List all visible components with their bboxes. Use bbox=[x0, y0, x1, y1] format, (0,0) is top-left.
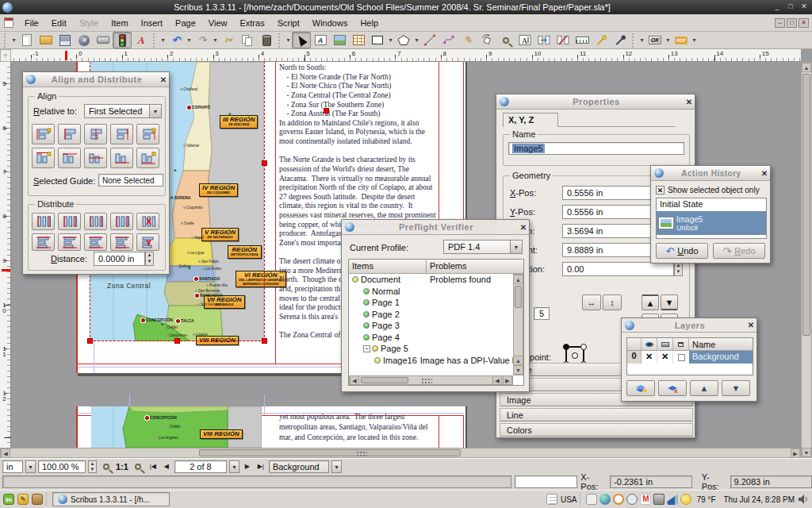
preflight-row[interactable]: Page 2 bbox=[349, 309, 523, 321]
layers-titlebar[interactable]: Layers ✕ bbox=[622, 318, 756, 333]
relative-to-select[interactable]: First Selected ▼ bbox=[84, 104, 162, 118]
raise-layer-button[interactable]: ▲ bbox=[690, 380, 718, 396]
layer-name[interactable]: Background bbox=[689, 351, 753, 364]
menu-item[interactable]: Item bbox=[105, 16, 134, 30]
text-frame-button[interactable]: A bbox=[311, 32, 330, 48]
align-dialog-titlebar[interactable]: Align and Distribute ✕ bbox=[23, 72, 169, 87]
align-center-v-button[interactable] bbox=[84, 124, 107, 144]
network-icon[interactable] bbox=[667, 494, 678, 505]
chevron-down-icon[interactable]: ▾ bbox=[212, 37, 219, 44]
selection-handle-bottom-center[interactable] bbox=[174, 338, 180, 344]
chevron-down-icon[interactable]: ▾ bbox=[665, 37, 672, 44]
action-history-list[interactable]: Initial StateImage5Unlock bbox=[656, 198, 767, 239]
edit-text-button[interactable]: A bbox=[515, 32, 534, 48]
status-entry[interactable] bbox=[515, 475, 578, 488]
tab-colors[interactable]: Colors bbox=[500, 423, 693, 437]
chevron-down-icon[interactable]: ▾ bbox=[10, 37, 17, 44]
menu-style[interactable]: Style bbox=[73, 16, 105, 30]
dist-center-v-button[interactable] bbox=[58, 213, 81, 230]
vertical-scrollbar[interactable]: ▲ ▼ bbox=[801, 62, 812, 458]
last-page-button[interactable]: ▶| bbox=[255, 460, 266, 473]
first-page-button[interactable]: |◀ bbox=[147, 460, 159, 473]
flip-horizontal-button[interactable]: ↔ bbox=[582, 294, 601, 310]
clock-label[interactable]: Thu Jul 24, 8:28 PM bbox=[724, 495, 795, 504]
select-button[interactable] bbox=[292, 32, 311, 48]
image-frame-button[interactable] bbox=[330, 32, 349, 48]
selection-handle-bottom-left[interactable] bbox=[87, 338, 93, 344]
action-history-titlebar[interactable]: Action History ✕ bbox=[651, 166, 770, 181]
preflight-row[interactable]: DocumentProblems found bbox=[349, 274, 523, 286]
close-icon[interactable]: ✕ bbox=[759, 169, 770, 178]
keyboard-icon[interactable] bbox=[586, 494, 597, 505]
preflight-titlebar[interactable]: Preflight Verifier ✕ bbox=[342, 220, 529, 235]
chevron-down-icon[interactable]: ▾ bbox=[159, 37, 167, 44]
chile-map-image-page2[interactable] bbox=[91, 406, 262, 448]
pdf-button[interactable]: A bbox=[132, 32, 151, 48]
document-icon[interactable] bbox=[4, 17, 13, 28]
preflight-row[interactable]: Page 3 bbox=[349, 320, 523, 332]
field-spinner[interactable]: ▲▼ bbox=[674, 262, 683, 276]
ruler-origin-button[interactable]: + bbox=[0, 49, 11, 62]
properties-titlebar[interactable]: Properties ✕ bbox=[496, 94, 695, 110]
history-row[interactable]: Initial State bbox=[657, 198, 766, 211]
undo-button[interactable]: ↶ bbox=[167, 32, 186, 48]
launcher-icon[interactable] bbox=[32, 494, 43, 505]
preflight-row[interactable]: Page 4 bbox=[349, 332, 523, 344]
chevron-down-icon[interactable]: ▼ bbox=[150, 104, 162, 118]
unit-caret-icon[interactable]: ▼ bbox=[25, 460, 36, 473]
chevron-down-icon[interactable]: ▾ bbox=[413, 37, 420, 44]
level-up-button[interactable]: ▲ bbox=[642, 294, 659, 310]
bezier-button[interactable] bbox=[439, 32, 458, 48]
new-button[interactable] bbox=[17, 32, 36, 48]
distance-spinner[interactable]: ▲▼ bbox=[145, 252, 154, 266]
menu-launcher-icon[interactable]: lm bbox=[3, 494, 14, 505]
preflight-row[interactable]: Normal bbox=[349, 286, 523, 298]
selection-handle-bottom-right[interactable] bbox=[262, 338, 267, 344]
level-down-button[interactable]: ▼ bbox=[661, 294, 678, 310]
horizontal-ruler[interactable]: -10123456789101112131415 bbox=[11, 49, 801, 62]
chevron-down-icon[interactable]: ▾ bbox=[638, 37, 645, 44]
dist-y-button[interactable]: Y bbox=[136, 233, 159, 251]
open-button[interactable] bbox=[36, 32, 56, 48]
dist-gap-v-button[interactable] bbox=[84, 213, 107, 230]
align-right-button[interactable] bbox=[110, 124, 133, 144]
eyedropper-button[interactable] bbox=[611, 32, 630, 48]
align-left-button[interactable] bbox=[58, 124, 81, 144]
layer-select[interactable]: Background bbox=[269, 460, 329, 473]
measure-button[interactable] bbox=[573, 32, 592, 48]
zoom-out-button[interactable] bbox=[99, 458, 113, 475]
close-icon[interactable]: ✕ bbox=[518, 223, 529, 232]
layer-locked-checkbox[interactable] bbox=[673, 351, 689, 364]
paste-button[interactable] bbox=[257, 32, 276, 48]
chevron-down-icon[interactable]: ▾ bbox=[186, 37, 193, 44]
menu-view[interactable]: View bbox=[202, 16, 234, 30]
horizontal-scrollbar[interactable]: ◀ ▶ bbox=[0, 448, 801, 458]
dist-bottom-button[interactable] bbox=[110, 233, 133, 251]
add-layer-button[interactable] bbox=[626, 380, 655, 396]
delete-layer-button[interactable]: x bbox=[658, 380, 687, 396]
selection-handle[interactable] bbox=[324, 108, 329, 114]
print-button[interactable] bbox=[94, 32, 113, 48]
preflight-vscrollbar[interactable]: ▲ ▲ ▼ bbox=[513, 274, 523, 375]
preflight-row[interactable]: Image16Image has a DPI-Value les bbox=[349, 355, 523, 367]
close-icon[interactable]: ✕ bbox=[158, 75, 169, 84]
preflight-row[interactable]: −Page 5 bbox=[349, 343, 523, 355]
chevron-down-icon[interactable]: ▾ bbox=[285, 37, 292, 44]
basepoint-center[interactable] bbox=[572, 352, 578, 359]
redo-button[interactable]: ↷Redo bbox=[713, 243, 765, 259]
mdi-restore-button[interactable]: □ bbox=[787, 18, 797, 28]
text-frame-page2[interactable]: yet most populous area. The three larges… bbox=[279, 412, 428, 443]
layer-visible-checkbox[interactable]: ✕ bbox=[642, 351, 657, 364]
tree-expander-icon[interactable]: − bbox=[363, 345, 370, 352]
preflight-row[interactable]: Page 1 bbox=[349, 297, 523, 309]
selection-handle-middle-right[interactable] bbox=[262, 160, 267, 166]
menu-extras[interactable]: Extras bbox=[233, 16, 270, 30]
mdi-minimize-button[interactable]: – bbox=[775, 18, 785, 28]
page-indicator[interactable]: 2 of 8 bbox=[174, 460, 227, 473]
zoom-input[interactable]: 100.00 % bbox=[38, 460, 86, 473]
window-minimize-button[interactable]: _ bbox=[772, 2, 783, 12]
preflight-hscrollbar[interactable]: ◀ ◀ ▶ bbox=[349, 375, 513, 385]
history-row[interactable]: Image5Unlock bbox=[657, 211, 766, 235]
temperature-label[interactable]: 79 °F bbox=[696, 495, 715, 504]
freehand-button[interactable]: ✎ bbox=[458, 32, 477, 48]
